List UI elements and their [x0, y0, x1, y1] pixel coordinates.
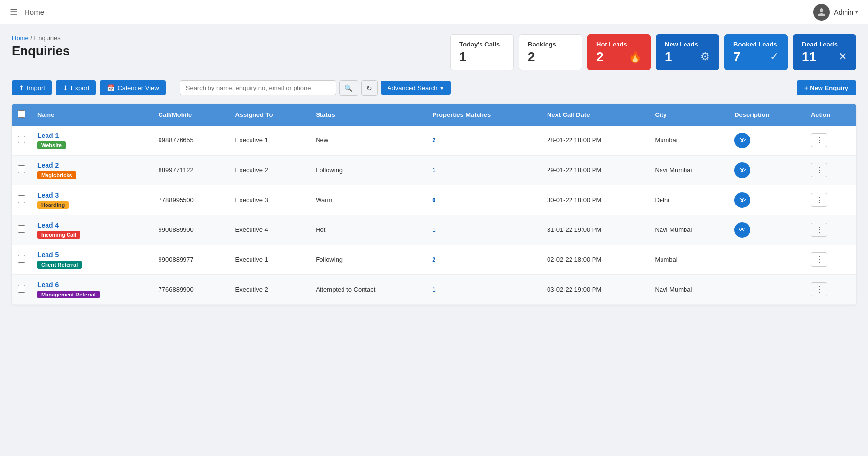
mobile-number: 9988776655 — [159, 137, 194, 144]
stat-label: New Leads — [665, 41, 710, 48]
search-button[interactable]: 🔍 — [339, 80, 358, 96]
search-input[interactable] — [180, 80, 336, 95]
assigned-to: Executive 3 — [235, 196, 268, 204]
admin-avatar — [813, 4, 830, 21]
stat-card-dead-leads[interactable]: Dead Leads 11 ✕ — [793, 34, 856, 70]
more-actions-button[interactable]: ⋮ — [811, 252, 827, 267]
stat-label: Today's Calls — [459, 41, 504, 48]
admin-label[interactable]: Admin ▾ — [834, 8, 858, 16]
stat-icon: 🔥 — [628, 50, 641, 63]
select-all-checkbox[interactable] — [18, 110, 25, 118]
table-row: Lead 2 Magicbricks 8899771122 Executive … — [12, 155, 856, 185]
col-next-call: Next Call Date — [541, 104, 649, 126]
hamburger-icon[interactable]: ☰ — [10, 7, 18, 18]
row-checkbox-cell — [12, 126, 31, 156]
status-text: Attempted to Contact — [316, 286, 375, 293]
stat-card-todays-calls[interactable]: Today's Calls 1 — [450, 34, 514, 70]
stat-label: Booked Leads — [733, 41, 778, 48]
stat-card-hot-leads[interactable]: Hot Leads 2 🔥 — [587, 34, 651, 70]
row-next-call-cell: 28-01-22 18:00 PM — [541, 126, 649, 156]
assigned-to: Executive 2 — [235, 166, 268, 174]
row-checkbox[interactable] — [18, 136, 25, 143]
col-mobile: Call/Mobile — [153, 104, 229, 126]
admin-chevron-icon: ▾ — [855, 9, 858, 15]
more-actions-button[interactable]: ⋮ — [811, 223, 827, 237]
breadcrumb: Home / Enquiries — [12, 34, 69, 42]
row-assigned-cell: Executive 3 — [229, 185, 310, 215]
row-city-cell: Navi Mumbai — [649, 155, 729, 185]
more-actions-button[interactable]: ⋮ — [811, 133, 827, 147]
row-action-cell: ⋮ — [805, 274, 856, 304]
row-properties-cell: 1 — [426, 215, 541, 245]
next-call-date: 30-01-22 18:00 PM — [547, 196, 601, 204]
row-status-cell: New — [310, 126, 426, 156]
advanced-search-button[interactable]: Advanced Search ▾ — [381, 81, 451, 95]
next-call-date: 29-01-22 18:00 PM — [547, 166, 601, 174]
row-status-cell: Hot — [310, 215, 426, 245]
advanced-search-chevron-icon: ▾ — [440, 84, 444, 91]
row-assigned-cell: Executive 4 — [229, 215, 310, 245]
status-text: Warm — [316, 196, 332, 204]
stat-icon: ✕ — [838, 50, 847, 63]
row-description-cell — [729, 274, 805, 304]
view-button[interactable]: 👁 — [734, 192, 750, 208]
stat-card-backlogs[interactable]: Backlogs 2 — [519, 34, 582, 70]
properties-link[interactable]: 1 — [432, 226, 435, 233]
row-city-cell: Navi Mumbai — [649, 215, 729, 245]
next-call-date: 02-02-22 18:00 PM — [547, 256, 601, 263]
properties-link[interactable]: 1 — [432, 286, 435, 293]
properties-link[interactable]: 2 — [432, 256, 435, 263]
properties-link[interactable]: 1 — [432, 166, 435, 174]
lead-name[interactable]: Lead 6 — [37, 281, 147, 289]
properties-link[interactable]: 0 — [432, 196, 435, 204]
calendar-view-button[interactable]: 📅 Calender View — [100, 80, 165, 95]
status-text: Following — [316, 256, 343, 263]
next-call-date: 28-01-22 18:00 PM — [547, 137, 601, 144]
more-actions-button[interactable]: ⋮ — [811, 193, 827, 207]
lead-name[interactable]: Lead 5 — [37, 251, 147, 259]
city-text: Navi Mumbai — [655, 286, 692, 293]
row-mobile-cell: 9900889977 — [153, 245, 229, 274]
mobile-number: 9900889977 — [159, 256, 194, 263]
row-checkbox[interactable] — [18, 165, 25, 173]
table-body: Lead 1 Website 9988776655 Executive 1 Ne… — [12, 126, 856, 305]
view-button[interactable]: 👁 — [734, 133, 750, 148]
row-city-cell: Navi Mumbai — [649, 274, 729, 304]
lead-name[interactable]: Lead 4 — [37, 221, 147, 229]
row-mobile-cell: 7766889900 — [153, 274, 229, 304]
view-button[interactable]: 👁 — [734, 222, 750, 238]
lead-name[interactable]: Lead 2 — [37, 161, 147, 169]
more-actions-button[interactable]: ⋮ — [811, 163, 827, 177]
more-actions-button[interactable]: ⋮ — [811, 282, 827, 296]
row-checkbox[interactable] — [18, 255, 25, 263]
breadcrumb-home[interactable]: Home — [12, 34, 29, 42]
row-action-cell: ⋮ — [805, 245, 856, 274]
stat-card-booked-leads[interactable]: Booked Leads 7 ✓ — [724, 34, 788, 70]
refresh-button[interactable]: ↻ — [361, 80, 378, 96]
col-city: City — [649, 104, 729, 126]
view-button[interactable]: 👁 — [734, 162, 750, 178]
row-checkbox[interactable] — [18, 195, 25, 203]
lead-name[interactable]: Lead 1 — [37, 132, 147, 139]
source-badge: Hoarding — [37, 201, 69, 209]
table-header: Name Call/Mobile Assigned To Status Prop… — [12, 104, 856, 126]
stat-label: Backlogs — [528, 41, 573, 48]
export-button[interactable]: ⬇ Export — [56, 80, 96, 95]
row-checkbox[interactable] — [18, 285, 25, 293]
header-left: Home / Enquiries Enquiries — [12, 34, 69, 68]
page-title: Enquiries — [12, 44, 69, 59]
top-nav: ☰ Home Admin ▾ — [0, 0, 868, 24]
table-wrapper: Name Call/Mobile Assigned To Status Prop… — [12, 104, 856, 305]
table-row: Lead 1 Website 9988776655 Executive 1 Ne… — [12, 126, 856, 156]
stat-card-new-leads[interactable]: New Leads 1 ⚙ — [656, 34, 719, 70]
new-enquiry-button[interactable]: + New Enquiry — [797, 80, 856, 95]
lead-name[interactable]: Lead 3 — [37, 191, 147, 199]
row-city-cell: Mumbai — [649, 245, 729, 274]
row-name-cell: Lead 2 Magicbricks — [31, 155, 153, 185]
leads-table: Name Call/Mobile Assigned To Status Prop… — [12, 104, 856, 305]
row-assigned-cell: Executive 1 — [229, 126, 310, 156]
properties-link[interactable]: 2 — [432, 137, 435, 144]
row-checkbox-cell — [12, 245, 31, 274]
row-checkbox[interactable] — [18, 225, 25, 233]
import-button[interactable]: ⬆ Import — [12, 80, 52, 95]
